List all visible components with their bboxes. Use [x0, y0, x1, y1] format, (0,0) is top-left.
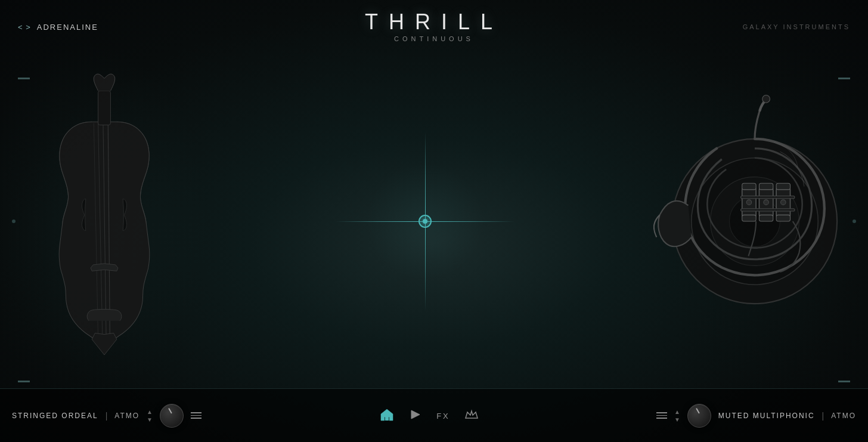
home-button[interactable] [379, 407, 395, 424]
brand-label: GALAXY INSTRUMENTS [743, 23, 850, 30]
svg-rect-15 [742, 215, 756, 221]
violin-container [0, 66, 209, 376]
preset-name: ADRENALINE [37, 23, 98, 32]
svg-rect-14 [776, 183, 790, 190]
left-menu-icon[interactable] [191, 412, 202, 419]
main-container: < > ADRENALINE THRILL CONTINUOUS GALAXY … [0, 0, 868, 442]
right-menu-line-3 [656, 418, 667, 419]
bottom-bar: STRINGED ORDEAL | ATMO ▲ ▼ [0, 388, 868, 442]
right-atmo-label: ATMO [831, 412, 856, 420]
svg-rect-13 [759, 183, 773, 190]
header: < > ADRENALINE THRILL CONTINUOUS GALAXY … [0, 0, 868, 54]
left-knob[interactable] [160, 404, 184, 428]
horn-illustration [653, 78, 856, 364]
svg-point-19 [764, 199, 769, 205]
svg-rect-24 [385, 417, 389, 421]
svg-rect-23 [741, 208, 795, 211]
left-instrument-name: STRINGED ORDEAL [12, 412, 98, 420]
right-knob-container [687, 404, 711, 428]
app-subtitle: CONTINUOUS [365, 35, 503, 42]
play-icon [409, 409, 422, 421]
bottom-center-controls: FX [379, 407, 479, 424]
svg-point-18 [746, 199, 752, 205]
left-separator: | [106, 411, 108, 421]
nav-arrows[interactable]: < > [18, 23, 31, 32]
crown-icon [464, 409, 479, 421]
right-menu-line-2 [656, 415, 667, 416]
menu-line-1 [191, 412, 202, 413]
app-title: THRILL [365, 11, 503, 33]
right-down-arrow-icon[interactable]: ▼ [674, 416, 680, 423]
svg-point-20 [781, 199, 786, 205]
horn-container [641, 66, 868, 376]
right-menu-line-1 [656, 412, 667, 413]
svg-point-21 [762, 95, 770, 103]
header-center: THRILL CONTINUOUS [365, 11, 503, 42]
home-icon [379, 407, 395, 422]
svg-rect-16 [759, 215, 773, 221]
down-arrow-icon[interactable]: ▼ [147, 416, 153, 423]
right-up-arrow-icon[interactable]: ▲ [674, 409, 680, 415]
header-left: < > ADRENALINE [18, 23, 98, 32]
up-arrow-icon[interactable]: ▲ [147, 409, 153, 415]
fx-label: FX [436, 412, 450, 421]
violin-illustration [21, 72, 188, 370]
right-up-down[interactable]: ▲ ▼ [674, 409, 680, 423]
left-atmo-label: ATMO [114, 412, 140, 420]
svg-rect-4 [98, 91, 111, 125]
nav-left-arrow[interactable]: < > [18, 23, 31, 32]
play-button[interactable] [409, 409, 422, 423]
menu-line-3 [191, 418, 202, 419]
crosshair-container[interactable] [306, 102, 544, 341]
bottom-right-controls: ▲ ▼ MUTED MULTIPHONIC | ATMO [656, 404, 856, 428]
menu-line-2 [191, 415, 202, 416]
crown-button[interactable] [464, 409, 479, 423]
right-menu-icon[interactable] [656, 412, 667, 419]
crosshair-dot-inner [423, 219, 427, 224]
svg-rect-12 [742, 183, 756, 190]
left-up-down[interactable]: ▲ ▼ [147, 409, 153, 423]
svg-rect-17 [776, 215, 790, 221]
right-knob[interactable] [687, 404, 711, 428]
left-knob-container [160, 404, 184, 428]
right-separator: | [822, 411, 824, 421]
instruments-area [0, 54, 868, 388]
right-instrument-name: MUTED MULTIPHONIC [718, 412, 815, 420]
bottom-left-controls: STRINGED ORDEAL | ATMO ▲ ▼ [12, 404, 202, 428]
svg-rect-22 [741, 196, 795, 198]
fx-button[interactable]: FX [436, 410, 450, 421]
crosshair-dot[interactable] [418, 215, 432, 228]
